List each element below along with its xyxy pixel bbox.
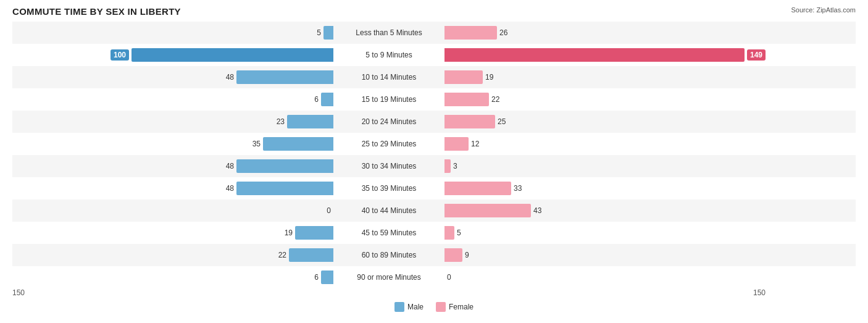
female-value: 149 bbox=[747, 49, 766, 61]
female-bar bbox=[444, 159, 451, 173]
row-label: 15 to 19 Minutes bbox=[333, 95, 444, 104]
male-value: 35 bbox=[243, 140, 261, 148]
female-bar bbox=[444, 137, 469, 151]
table-row: 615 to 19 Minutes22 bbox=[12, 88, 856, 111]
female-value: 3 bbox=[453, 162, 470, 170]
row-label: 35 to 39 Minutes bbox=[333, 184, 444, 193]
right-bar-container: 149 bbox=[444, 44, 766, 66]
left-bar-container: 23 bbox=[12, 111, 333, 133]
male-bar bbox=[287, 115, 333, 128]
left-bar-container: 100 bbox=[12, 44, 333, 66]
table-row: 4810 to 14 Minutes19 bbox=[12, 66, 856, 88]
legend-female-label: Female bbox=[449, 303, 474, 311]
right-bar-container: 5 bbox=[444, 222, 766, 244]
source-text: Source: ZipAtlas.com bbox=[791, 6, 856, 14]
female-value: 25 bbox=[498, 117, 515, 126]
female-value: 0 bbox=[447, 273, 464, 282]
female-bar bbox=[444, 182, 511, 195]
legend-female: Female bbox=[436, 302, 474, 312]
male-value: 48 bbox=[217, 162, 234, 170]
table-row: 3525 to 29 Minutes12 bbox=[12, 133, 856, 155]
female-value: 43 bbox=[533, 206, 551, 215]
female-bar bbox=[444, 70, 483, 84]
male-bar bbox=[263, 137, 333, 151]
male-bar bbox=[289, 248, 333, 262]
male-value: 6 bbox=[301, 95, 319, 104]
table-row: 2260 to 89 Minutes9 bbox=[12, 244, 856, 266]
table-row: 1945 to 59 Minutes5 bbox=[12, 222, 856, 244]
left-bar-container: 35 bbox=[12, 133, 333, 155]
female-value: 22 bbox=[491, 95, 509, 104]
table-row: 2320 to 24 Minutes25 bbox=[12, 111, 856, 133]
left-bar-container: 48 bbox=[12, 66, 333, 88]
row-label: 20 to 24 Minutes bbox=[333, 117, 444, 126]
female-bar bbox=[444, 26, 497, 40]
female-bar bbox=[444, 226, 454, 240]
row-label: 45 to 59 Minutes bbox=[333, 229, 444, 237]
female-bar bbox=[444, 48, 745, 62]
table-row: 4835 to 39 Minutes33 bbox=[12, 177, 856, 199]
right-bar-container: 43 bbox=[444, 199, 766, 222]
right-bar-container: 25 bbox=[444, 111, 766, 133]
male-bar bbox=[321, 93, 333, 106]
left-bar-container: 48 bbox=[12, 177, 333, 199]
chart-title: COMMUTE TIME BY SEX IN LIBERTY bbox=[12, 6, 856, 17]
male-bar bbox=[295, 226, 333, 240]
table-row: 5Less than 5 Minutes26 bbox=[12, 22, 856, 44]
female-value: 9 bbox=[465, 251, 482, 259]
male-bar bbox=[236, 182, 333, 195]
left-bar-container: 0 bbox=[12, 199, 333, 222]
right-bar-container: 19 bbox=[444, 66, 766, 88]
left-bar-container: 19 bbox=[12, 222, 333, 244]
female-value: 33 bbox=[514, 184, 531, 193]
table-row: 690 or more Minutes0 bbox=[12, 266, 856, 288]
male-bar bbox=[236, 159, 333, 173]
row-label: 40 to 44 Minutes bbox=[333, 206, 444, 215]
axis-row: 150 150 bbox=[12, 288, 856, 297]
right-bar-container: 0 bbox=[444, 266, 766, 288]
row-label: 90 or more Minutes bbox=[333, 273, 444, 282]
male-value: 48 bbox=[217, 73, 234, 82]
row-label: Less than 5 Minutes bbox=[333, 28, 444, 37]
legend: Male Female bbox=[12, 302, 856, 312]
male-value: 19 bbox=[275, 229, 293, 237]
right-bar-container: 12 bbox=[444, 133, 766, 155]
left-bar-container: 48 bbox=[12, 155, 333, 177]
male-value: 0 bbox=[314, 206, 331, 215]
female-value: 26 bbox=[499, 28, 517, 37]
bars-area: 5Less than 5 Minutes261005 to 9 Minutes1… bbox=[12, 22, 856, 288]
chart-container: COMMUTE TIME BY SEX IN LIBERTY Source: Z… bbox=[0, 0, 868, 323]
left-bar-container: 5 bbox=[12, 22, 333, 44]
axis-label-right: 150 bbox=[444, 288, 766, 297]
legend-male: Male bbox=[394, 302, 424, 312]
legend-male-label: Male bbox=[407, 303, 424, 311]
right-bar-container: 26 bbox=[444, 22, 766, 44]
table-row: 4830 to 34 Minutes3 bbox=[12, 155, 856, 177]
left-bar-container: 22 bbox=[12, 244, 333, 266]
male-bar bbox=[323, 26, 333, 40]
right-bar-container: 22 bbox=[444, 88, 766, 111]
female-bar bbox=[444, 248, 462, 262]
female-bar bbox=[444, 93, 489, 106]
female-value: 19 bbox=[485, 73, 503, 82]
male-value: 100 bbox=[111, 49, 129, 61]
female-value: 12 bbox=[471, 140, 488, 148]
legend-female-box bbox=[436, 302, 446, 312]
male-bar bbox=[131, 48, 333, 62]
female-value: 5 bbox=[457, 229, 474, 237]
female-bar bbox=[444, 204, 531, 217]
row-label: 10 to 14 Minutes bbox=[333, 73, 444, 82]
left-bar-container: 6 bbox=[12, 88, 333, 111]
legend-male-box bbox=[394, 302, 404, 312]
female-bar bbox=[444, 115, 495, 128]
male-value: 22 bbox=[269, 251, 286, 259]
right-bar-container: 3 bbox=[444, 155, 766, 177]
table-row: 040 to 44 Minutes43 bbox=[12, 199, 856, 222]
row-label: 25 to 29 Minutes bbox=[333, 140, 444, 148]
male-bar bbox=[236, 70, 333, 84]
male-value: 23 bbox=[267, 117, 285, 126]
axis-label-left: 150 bbox=[12, 288, 333, 297]
row-label: 30 to 34 Minutes bbox=[333, 162, 444, 170]
male-value: 48 bbox=[217, 184, 234, 193]
right-bar-container: 9 bbox=[444, 244, 766, 266]
